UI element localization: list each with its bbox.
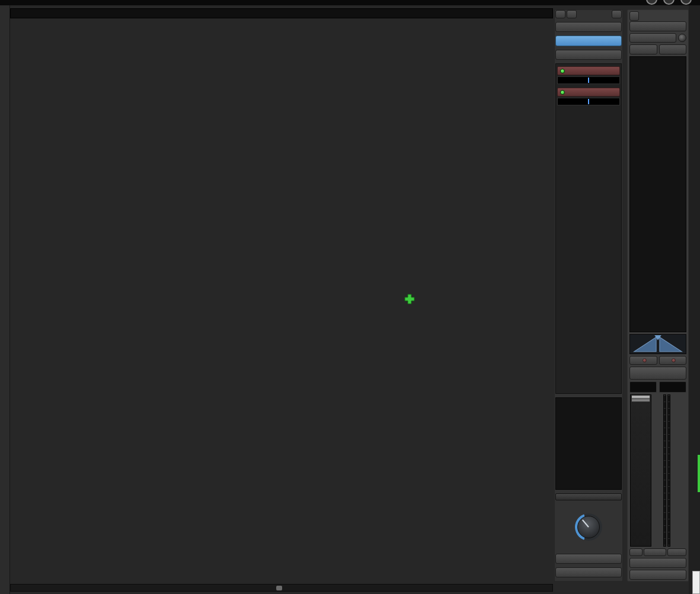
meter-bar — [663, 394, 666, 547]
master-collapse-button[interactable] — [629, 11, 639, 21]
nav-back-button[interactable] — [555, 10, 565, 18]
send-button[interactable] — [557, 66, 620, 75]
master-peak-display[interactable] — [659, 381, 686, 393]
close-button[interactable] — [680, 0, 692, 5]
panel-phase-button[interactable] — [555, 50, 622, 60]
mixer-header-band — [10, 8, 553, 18]
master-vca-row — [629, 33, 686, 43]
master-phase-2-button[interactable] — [659, 44, 687, 54]
master-output-button[interactable] — [629, 558, 686, 568]
horizontal-scrollbar[interactable] — [10, 584, 553, 592]
left-rail — [0, 5, 10, 594]
level-marker-icon — [588, 99, 589, 104]
panel-minus-button[interactable] — [555, 554, 622, 564]
master-mute-button[interactable] — [629, 367, 686, 380]
fader-handle[interactable] — [631, 395, 650, 402]
master-vca-button[interactable] — [629, 33, 676, 43]
send-led-icon — [560, 90, 565, 95]
background-window-corner — [692, 571, 700, 594]
master-phase-row — [629, 44, 686, 54]
window-titlebar — [0, 0, 700, 5]
iso-led-icon — [643, 358, 647, 362]
knob-pointer-icon — [582, 519, 589, 528]
show-sends-button[interactable] — [555, 36, 622, 46]
master-solo-lock-button[interactable] — [659, 356, 687, 365]
send-level-slider[interactable] — [557, 98, 620, 105]
processor-box[interactable] — [629, 56, 686, 332]
scrollbar-handle[interactable] — [276, 586, 282, 590]
master-solo-isolate-button[interactable] — [629, 356, 657, 365]
master-header — [629, 11, 686, 20]
meter-bar — [667, 394, 670, 547]
panel-soloiso-button[interactable] — [612, 10, 622, 18]
master-gain-display[interactable] — [629, 381, 657, 393]
level-marker-icon — [588, 78, 589, 83]
green-edge-sliver — [698, 455, 700, 492]
add-strip-button[interactable] — [404, 294, 415, 304]
right-edge — [689, 5, 700, 594]
panner-graphic — [630, 335, 686, 354]
minimize-button[interactable] — [646, 0, 657, 5]
level-gauge[interactable] — [555, 493, 622, 500]
send-button[interactable] — [557, 88, 620, 97]
monitor-knob[interactable] — [575, 513, 602, 541]
panel-nav-row — [555, 10, 622, 18]
master-trim-knob[interactable] — [678, 34, 686, 42]
master-strip — [627, 9, 689, 582]
processor-box[interactable] — [555, 397, 622, 490]
master-phase-1-button[interactable] — [629, 44, 657, 54]
master-fader-meter-area — [629, 394, 686, 547]
send-level-slider[interactable] — [557, 76, 620, 84]
master-meter-input-button[interactable] — [629, 548, 643, 556]
sends-sidebar — [554, 9, 623, 582]
nav-forward-button[interactable] — [567, 10, 577, 18]
knob-zone — [555, 504, 622, 550]
master-meter-point-button[interactable] — [667, 548, 686, 556]
maximize-button[interactable] — [663, 0, 675, 5]
master-group-button[interactable] — [644, 548, 666, 556]
send-led-icon — [560, 69, 565, 73]
master-fader[interactable] — [630, 394, 651, 547]
master-comments-button[interactable] — [629, 570, 686, 580]
master-name-button[interactable] — [629, 21, 686, 31]
meter-scale — [673, 394, 686, 547]
panel-comments-button[interactable] — [555, 567, 622, 577]
monitor-return-button[interactable] — [555, 22, 622, 32]
master-gain-row — [629, 381, 686, 393]
master-meter-point-row — [629, 548, 686, 556]
sends-list — [555, 63, 622, 394]
level-meter — [663, 394, 670, 547]
lock-led-icon — [672, 358, 676, 362]
master-panner[interactable] — [629, 334, 686, 354]
master-iso-lock-row — [629, 356, 686, 365]
